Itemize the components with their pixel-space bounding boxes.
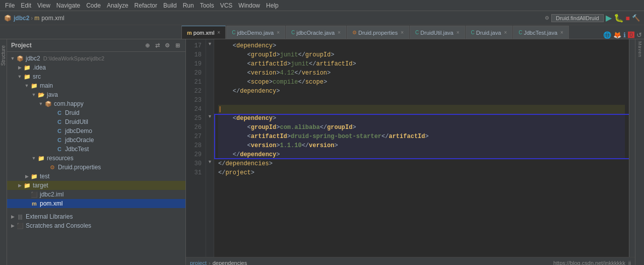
breadcrumb-dependencies: dependencies	[213, 260, 247, 266]
editor-content[interactable]: 17 18 19 20 21 22 23 24 25 26 27 28 29 3…	[186, 39, 635, 257]
vertical-scrollbar[interactable]	[629, 39, 635, 257]
tree-arrow-target[interactable]: ▶	[16, 182, 23, 189]
tree-arrow-idea[interactable]: ▶	[16, 64, 23, 71]
druid-class-icon: C	[55, 109, 63, 117]
chrome-icon[interactable]: 🌐	[603, 31, 611, 39]
tab-jdbctest[interactable]: C JdbcTest.java ×	[513, 26, 569, 39]
pom-filename[interactable]: pom.xml	[41, 15, 64, 22]
refresh-icon[interactable]: ↺	[636, 31, 642, 39]
test-folder-icon: 📁	[30, 172, 38, 180]
tree-item-java[interactable]: ▼ 📂 java	[7, 90, 185, 99]
content-area: Structure Project ⊕ ⇄ ⚙ ⊞ ▼ 📦 jdbc2	[0, 39, 644, 265]
firefox-icon[interactable]: 🦊	[613, 31, 621, 39]
tree-arrow-main[interactable]: ▼	[23, 82, 30, 89]
structure-label[interactable]: Structure	[1, 45, 6, 66]
run-config-label[interactable]: Druid.findAllDruid	[551, 14, 604, 22]
tab-druidutil-close[interactable]: ×	[457, 30, 460, 35]
menu-analyze[interactable]: Analyze	[104, 2, 132, 9]
tree-label-jdbcoracle: jdbcOracle	[65, 137, 94, 144]
debug-button[interactable]: 🐛	[614, 13, 624, 23]
tree-item-jdbcoracle[interactable]: C jdbcOracle	[7, 136, 185, 145]
tree-item-druid[interactable]: C Druid	[7, 108, 185, 117]
menu-window[interactable]: Window	[235, 2, 263, 9]
tab-druid[interactable]: C Druid.java ×	[466, 26, 513, 39]
right-panel: Maven	[635, 39, 644, 265]
tab-jdbcoracle-close[interactable]: ×	[338, 30, 341, 35]
menu-edit[interactable]: Edit	[18, 2, 34, 9]
tree-item-resources[interactable]: ▼ 📁 resources	[7, 154, 185, 163]
tab-jdbcdemo-close[interactable]: ×	[277, 30, 280, 35]
tree-item-jdbc2-root[interactable]: ▼ 📦 jdbc2 D:\IdeaWorkSpace\jdbc2	[7, 54, 185, 63]
status-right: https://blog.csdn.net/inkkkkkk_jj	[553, 260, 631, 266]
menu-navigate[interactable]: Navigate	[53, 2, 83, 9]
gutter-20	[206, 67, 214, 76]
tree-item-com-happy[interactable]: ▼ 📦 com.happy	[7, 99, 185, 108]
stop-button[interactable]: ■	[626, 14, 630, 22]
tab-pom-close[interactable]: ×	[217, 30, 220, 35]
tree-item-scratches[interactable]: ▶ ⬛ Scratches and Consoles	[7, 221, 185, 230]
tab-jdbcdemo[interactable]: C jdbcDemo.java ×	[226, 26, 285, 39]
code-editor[interactable]: <dependency> <groupId>junit</groupId> <a…	[214, 39, 629, 257]
ie-icon[interactable]: ℹ	[623, 31, 626, 39]
tree-arrow-java[interactable]: ▼	[30, 91, 37, 98]
run-button[interactable]: ▶	[606, 13, 612, 23]
tree-item-main[interactable]: ▼ 📁 main	[7, 81, 185, 90]
tab-pom[interactable]: m pom.xml ×	[181, 26, 226, 39]
tree-item-druidprops[interactable]: ⚙ Druid.properties	[7, 163, 185, 172]
tree-item-src[interactable]: ▼ 📁 src	[7, 72, 185, 81]
tree-item-jdbcdemo[interactable]: C jdbcDemo	[7, 126, 185, 136]
add-icon[interactable]: ⊕	[143, 41, 151, 49]
tab-jdbcoracle-label: jdbcOracle.java	[296, 30, 335, 36]
tab-jdbcoracle[interactable]: C jdbcOracle.java ×	[286, 26, 346, 39]
code-line-21: <scope>compile</scope>	[218, 78, 625, 87]
tree-arrow-jdbc2[interactable]: ▼	[9, 55, 16, 62]
tree-item-pom-xml[interactable]: m pom.xml	[7, 199, 185, 208]
build-button[interactable]: 🔨	[632, 14, 640, 22]
tree-arrow-ext-libs[interactable]: ▶	[9, 213, 16, 220]
menu-build[interactable]: Build	[160, 2, 180, 9]
tab-druidprops[interactable]: ⚙ Druid.properties ×	[347, 26, 409, 39]
tab-druid-close[interactable]: ×	[504, 30, 507, 35]
menu-tools[interactable]: Tools	[197, 2, 217, 9]
tree-arrow-src[interactable]: ▼	[16, 73, 23, 80]
tree-label-ext-libs: External Libraries	[26, 213, 73, 220]
menu-file[interactable]: File	[2, 2, 18, 9]
line-numbers: 17 18 19 20 21 22 23 24 25 26 27 28 29 3…	[186, 39, 206, 257]
tree-arrow-resources[interactable]: ▼	[30, 155, 37, 162]
tree-arrow-scratches[interactable]: ▶	[9, 222, 16, 229]
tree-item-druidutil[interactable]: C DruidUtil	[7, 117, 185, 126]
menu-run[interactable]: Run	[180, 2, 197, 9]
tree-arrow-test[interactable]: ▶	[23, 173, 30, 180]
tree-item-jdbc2-iml[interactable]: ⬛ jdbc2.iml	[7, 190, 185, 199]
tab-druidprops-close[interactable]: ×	[401, 30, 404, 35]
tree-label-jdbcdemo: jdbcDemo	[65, 127, 92, 135]
tab-druidutil[interactable]: C DruidUtil.java ×	[410, 26, 465, 39]
gutter-25[interactable]: ▼	[206, 112, 214, 121]
tab-jdbctest-close[interactable]: ×	[560, 30, 563, 35]
menu-code[interactable]: Code	[83, 2, 104, 9]
sync-icon[interactable]: ⇄	[153, 41, 161, 49]
gutter-30[interactable]: ▼	[206, 157, 214, 166]
expand-icon[interactable]: ⊞	[173, 41, 181, 49]
tree-item-jdbctest[interactable]: C JdbcTest	[7, 145, 185, 154]
opera-icon[interactable]: 🅾	[628, 31, 634, 39]
code-line-26: <groupId>com.alibaba</groupId>	[218, 123, 625, 132]
menu-vcs[interactable]: VCS	[217, 2, 236, 9]
tree-label-jdbc2: jdbc2	[26, 55, 40, 62]
gutter-17[interactable]: ▼	[206, 39, 214, 48]
code-line-17: <dependency>	[218, 41, 625, 50]
tree-arrow-com-happy[interactable]: ▼	[37, 100, 44, 107]
settings-icon[interactable]: ⚙	[163, 41, 171, 49]
tree-item-test[interactable]: ▶ 📁 test	[7, 172, 185, 181]
tree-item-target[interactable]: ▶ 📁 target	[7, 181, 185, 190]
tree-item-ext-libs[interactable]: ▶ ||| External Libraries	[7, 212, 185, 221]
menu-view[interactable]: View	[34, 2, 53, 9]
tree-label-main: main	[40, 82, 53, 89]
gutter-18	[206, 48, 214, 57]
maven-label[interactable]: Maven	[637, 41, 642, 57]
menu-refactor[interactable]: Refactor	[132, 2, 160, 9]
tree-item-idea[interactable]: ▶ 📁 .idea	[7, 63, 185, 72]
menu-help[interactable]: Help	[263, 2, 282, 9]
project-name[interactable]: jdbc2	[14, 15, 29, 22]
tree-arrow-jdbcoracle	[48, 137, 55, 144]
